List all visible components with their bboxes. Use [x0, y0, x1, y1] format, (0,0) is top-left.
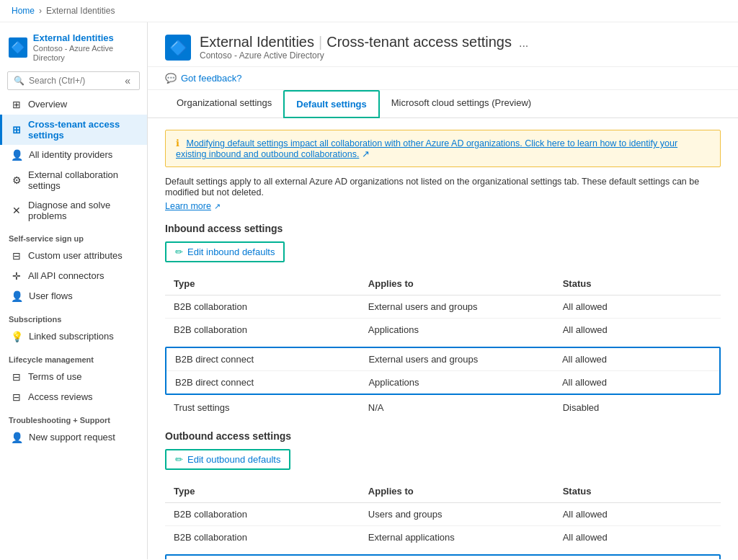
table-row-highlighted: B2B direct connect External users and gr…: [166, 348, 719, 371]
title-separator: |: [319, 34, 322, 50]
brand-name: External Identities: [200, 34, 314, 50]
info-banner-link[interactable]: Modifying default settings impact all co…: [176, 138, 677, 159]
ellipsis-button[interactable]: ...: [519, 37, 528, 50]
page-section-title: Cross-tenant access settings: [326, 34, 512, 50]
sidebar-item-custom-attrs[interactable]: ⊟ Custom user attributes: [0, 246, 147, 266]
sidebar-item-linked-subs[interactable]: 💡 Linked subscriptions: [0, 326, 147, 347]
cross-tenant-icon: ⊞: [11, 124, 22, 135]
section-label-lifecycle: Lifecycle management: [0, 347, 147, 367]
outbound-col-applies: Applies to: [360, 480, 554, 503]
description-text: Default settings apply to all external A…: [165, 177, 699, 197]
sidebar-item-access-reviews[interactable]: ⊟ Access reviews: [0, 387, 147, 407]
tab-ms-cloud[interactable]: Microsoft cloud settings (Preview): [380, 90, 543, 118]
row-applies: Applications: [360, 319, 554, 342]
overview-icon: ⊞: [11, 99, 22, 110]
row-type: B2B direct connect: [166, 371, 360, 394]
row-type: B2B collaboration: [165, 295, 360, 319]
sidebar-item-user-flows[interactable]: 👤 User flows: [0, 286, 147, 306]
linked-subs-icon: 💡: [11, 331, 23, 342]
search-icon: 🔍: [14, 76, 25, 86]
edit-outbound-button[interactable]: ✏ Edit outbound defaults: [165, 449, 290, 470]
sidebar-item-label: Custom user attributes: [28, 250, 123, 261]
row-type: B2B collaboration: [165, 503, 360, 526]
table-row: B2B collaboration Applications All allow…: [165, 319, 721, 342]
row-applies: External users and groups: [360, 348, 553, 371]
sidebar-item-label: All identity providers: [29, 149, 112, 160]
learn-more-link[interactable]: Learn more: [165, 201, 211, 211]
outbound-table: Type Applies to Status B2B collaboration…: [165, 480, 721, 548]
row-status: All allowed: [554, 526, 721, 549]
sidebar-item-label: User flows: [29, 290, 73, 301]
inbound-table-trust: Trust settings N/A Disabled: [165, 396, 721, 419]
sidebar-item-diagnose[interactable]: ✕ Diagnose and solve problems: [0, 195, 147, 226]
sidebar-item-label: Linked subscriptions: [29, 331, 114, 342]
row-applies: External applications: [360, 526, 554, 549]
sidebar-item-identity-providers[interactable]: 👤 All identity providers: [0, 145, 147, 165]
row-type: B2B direct connect: [166, 556, 360, 559]
outbound-highlighted-table: B2B direct connect Users and groups All …: [166, 556, 719, 559]
new-support-icon: 👤: [11, 432, 23, 443]
table-row: B2B collaboration External users and gro…: [165, 295, 721, 319]
row-applies: Applications: [360, 371, 553, 394]
sidebar-item-new-support[interactable]: 👤 New support request: [0, 427, 147, 448]
tab-org-settings[interactable]: Organizational settings: [165, 90, 283, 118]
search-input[interactable]: [29, 76, 117, 86]
sidebar-subtitle: Contoso - Azure Active Directory: [33, 44, 138, 63]
row-status: All allowed: [554, 319, 721, 342]
sidebar-item-api-connectors[interactable]: ✛ All API connectors: [0, 266, 147, 286]
sidebar-item-cross-tenant[interactable]: ⊞ Cross-tenant access settings: [0, 115, 147, 145]
row-status: Disabled: [554, 396, 721, 419]
row-status: All allowed: [554, 503, 721, 526]
edit-inbound-label: Edit inbound defaults: [187, 246, 275, 257]
collapse-button[interactable]: «: [122, 75, 133, 86]
row-type: B2B collaboration: [165, 319, 360, 342]
edit-inbound-button[interactable]: ✏ Edit inbound defaults: [165, 241, 285, 262]
sidebar-item-terms[interactable]: ⊟ Terms of use: [0, 367, 147, 387]
learn-more-ext-icon: ↗: [214, 202, 221, 210]
external-link-icon: ↗: [362, 149, 370, 159]
identity-providers-icon: 👤: [11, 149, 23, 161]
outbound-heading: Outbound access settings: [165, 430, 721, 442]
row-type: B2B direct connect: [166, 348, 360, 371]
inbound-highlighted-table: B2B direct connect External users and gr…: [166, 348, 719, 394]
breadcrumb-home[interactable]: Home: [12, 6, 35, 16]
sidebar-item-label: Access reviews: [28, 391, 93, 402]
row-applies: External users and groups: [360, 295, 554, 319]
breadcrumb: Home › External Identities: [0, 0, 738, 22]
section-label-self-service: Self-service sign up: [0, 226, 147, 246]
app-logo-icon: 🔷: [9, 37, 27, 58]
inbound-col-type: Type: [165, 272, 360, 295]
sidebar-item-overview[interactable]: ⊞ Overview: [0, 94, 147, 115]
outbound-highlighted-group: B2B direct connect Users and groups All …: [165, 554, 721, 559]
custom-attrs-icon: ⊟: [11, 250, 22, 262]
sidebar-item-label: Overview: [28, 99, 67, 110]
row-applies: Users and groups: [360, 503, 554, 526]
edit-inbound-icon: ✏: [175, 246, 183, 257]
inbound-heading: Inbound access settings: [165, 223, 721, 234]
feedback-bar[interactable]: 💬 Got feedback?: [148, 67, 738, 90]
row-applies: N/A: [360, 396, 554, 419]
outbound-col-type: Type: [165, 480, 360, 503]
table-row-highlighted: B2B direct connect Applications All allo…: [166, 371, 719, 394]
section-label-support: Troubleshooting + Support: [0, 407, 147, 427]
sidebar-item-ext-collab[interactable]: ⚙ External collaboration settings: [0, 165, 147, 195]
inbound-table: Type Applies to Status B2B collaboration…: [165, 272, 721, 341]
row-status: All allowed: [554, 556, 719, 559]
sidebar-app-name: External Identities: [33, 32, 138, 44]
search-box[interactable]: 🔍 «: [7, 71, 140, 90]
info-icon: ℹ: [176, 138, 179, 148]
tab-default-settings[interactable]: Default settings: [283, 90, 380, 118]
page-logo-icon: 🔷: [165, 35, 191, 61]
terms-icon: ⊟: [11, 371, 22, 383]
inbound-col-applies: Applies to: [360, 272, 554, 295]
page-header: 🔷 External Identities | Cross-tenant acc…: [148, 22, 738, 67]
main-content: 🔷 External Identities | Cross-tenant acc…: [148, 22, 738, 559]
page-subtitle: Contoso - Azure Active Directory: [200, 50, 528, 61]
table-row: Trust settings N/A Disabled: [165, 396, 721, 419]
row-status: All allowed: [554, 348, 719, 371]
edit-outbound-label: Edit outbound defaults: [187, 454, 280, 465]
row-status: All allowed: [554, 371, 719, 394]
row-type: B2B collaboration: [165, 526, 360, 549]
access-reviews-icon: ⊟: [11, 391, 22, 403]
edit-outbound-icon: ✏: [175, 454, 183, 465]
